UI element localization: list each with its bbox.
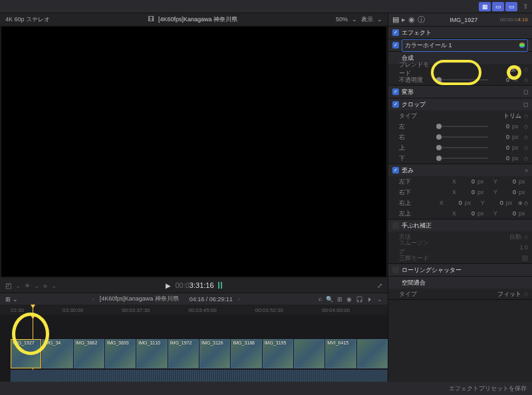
timecode: 00:03:31:16 — [175, 281, 213, 290]
crop-row[interactable]: 下0px◇ — [388, 153, 532, 164]
transform-checkbox[interactable]: ✓ — [392, 88, 399, 95]
ruler-tick: 00:03:52:30 — [255, 307, 283, 313]
inspector-time: 00:00:04:16 — [500, 17, 528, 23]
timeline-ruler[interactable]: 22:3003:30:0000:03:37:3000:03:45:0000:03… — [0, 305, 388, 315]
inspector-tab[interactable]: ◉ — [408, 15, 415, 23]
audio-track-1[interactable] — [11, 370, 388, 383]
transform-icon[interactable]: ◻ — [523, 88, 528, 95]
crop-row[interactable]: 上0px◇ — [388, 142, 532, 153]
effects-checkbox[interactable]: ✓ — [392, 29, 399, 36]
crop-row[interactable]: 右0px◇ — [388, 132, 532, 142]
spatial-header: 空間適合 — [388, 277, 532, 289]
zoom-value[interactable]: 50% — [336, 16, 348, 23]
clip[interactable]: IMG_34 — [42, 339, 72, 368]
timeline-tool[interactable]: ⌄ — [377, 296, 382, 303]
transform-header[interactable]: ✓変形◻ — [388, 86, 532, 98]
play-button[interactable]: ▶ — [166, 282, 171, 289]
distort-checkbox[interactable]: ✓ — [392, 167, 399, 174]
seg-2[interactable]: ▭ — [492, 2, 504, 11]
colorwheel-header[interactable]: ✓カラーホイール 1 — [388, 39, 532, 51]
index-icon[interactable]: ⊞ ⌄ — [5, 296, 18, 303]
ruler-tick: 00:04:00:00 — [322, 307, 350, 313]
distort-row[interactable]: 右下X0pxY0px — [388, 187, 532, 198]
opacity-keyframe[interactable]: ◇ — [524, 77, 528, 83]
viewer-controls: ◰ ⌄ ✧ ⌄ ⟐ ⌄ ▶ 00:03:31:16 ⤢ — [0, 278, 388, 293]
clip[interactable]: IMG_1927 — [11, 339, 41, 368]
view-segments: ▦ ▭ ▭ — [479, 2, 517, 11]
distort-header[interactable]: ✓歪み⟐ — [388, 164, 532, 176]
distort-row[interactable]: 左下X0pxY0px — [388, 176, 532, 187]
stabilize-tripod: 三脚モード — [388, 253, 532, 263]
blend-mode-row[interactable]: ブレンドモード標準◇ — [388, 64, 532, 74]
ruler-tick: 00:03:37:30 — [122, 307, 150, 313]
crop-header[interactable]: ✓クロップ◻ — [388, 98, 532, 110]
timeline-tool[interactable]: 🎧 — [356, 296, 363, 303]
spatial-type-row[interactable]: タイプフィット◇ — [388, 289, 532, 299]
opacity-row[interactable]: 不透明度0%◇ — [388, 74, 532, 85]
ruler-tick: 00:03:45:00 — [188, 307, 216, 313]
stabilize-smooth: スムージング1.0 — [388, 242, 532, 253]
pause-indicator — [218, 282, 222, 289]
save-preset-button[interactable]: エフェクトプリセットを保存 — [0, 382, 532, 395]
stabilize-header[interactable]: 手ぶれ補正 — [388, 219, 532, 231]
timeline-tool[interactable]: ⎌ — [319, 296, 322, 303]
inspector-tab[interactable]: ▸ — [402, 15, 406, 23]
clip[interactable]: IMG_3862 — [74, 339, 104, 368]
viewer-canvas[interactable] — [1, 27, 386, 277]
distort-row[interactable]: 右上X0pxY0px⊕ ◇ — [388, 198, 532, 208]
crop-row[interactable]: 左0px◇ — [388, 121, 532, 132]
app-topbar: ▦ ▭ ▭ ⇪ — [0, 0, 532, 13]
rolling-header[interactable]: ローリングシャッター — [388, 264, 532, 276]
colorwheel-icon — [519, 43, 525, 48]
seg-1[interactable]: ▦ — [479, 2, 491, 11]
expand-icon[interactable]: ⤢ — [377, 282, 382, 289]
timeline-tool[interactable]: ⊞ — [337, 296, 342, 303]
project-name: [4K60fps]Kanagawa 神奈川県 — [100, 295, 179, 303]
video-track: IMG_1927IMG_34IMG_3862IMG_3893IMG_3110IM… — [11, 339, 388, 368]
rolling-checkbox[interactable] — [392, 267, 399, 273]
stabilize-checkbox[interactable] — [392, 222, 399, 229]
clip[interactable]: IMG_3195 — [263, 339, 293, 368]
clip[interactable]: IMG_3188 — [231, 339, 261, 368]
clip[interactable] — [294, 339, 325, 368]
share-icon[interactable]: ⇪ — [523, 3, 528, 10]
seg-3[interactable]: ▭ — [505, 2, 517, 11]
colorwheel-checkbox[interactable]: ✓ — [392, 42, 399, 49]
film-icon: 🎞 — [148, 16, 154, 23]
crop-type-row[interactable]: タイプトリム◇ — [388, 110, 532, 121]
crop-checkbox[interactable]: ✓ — [392, 101, 399, 108]
clip[interactable] — [357, 339, 388, 368]
timeline-header: ⊞ ⌄ ‹ [4K60fps]Kanagawa 神奈川県 04:16 / 06:… — [0, 293, 388, 305]
display-menu[interactable]: 表示 — [361, 15, 373, 24]
clip[interactable]: IMG_1972 — [168, 339, 199, 368]
clip[interactable]: IMG_3893 — [105, 339, 136, 368]
inspector-tab[interactable]: ⓘ — [418, 15, 425, 23]
clip[interactable]: IMG_3110 — [136, 339, 167, 368]
ruler-tick: 22:30 — [11, 307, 24, 313]
duration: 04:16 / 06:29:11 — [190, 296, 233, 303]
timeline-tool[interactable]: ⏵ — [367, 296, 373, 303]
distort-icon[interactable]: ⟐ — [525, 167, 528, 174]
clip[interactable]: MVI_6415 — [325, 339, 356, 368]
distort-row[interactable]: 左上X0pxY0px — [388, 208, 532, 219]
opacity-slider[interactable] — [439, 79, 488, 80]
angle-icon[interactable]: ✧ — [25, 282, 30, 289]
inspector-panel: ▤▸◉ⓘ IMG_1927 00:00:04:16 ✓エフェクト ✓カラーホイー… — [388, 13, 532, 395]
clip[interactable]: IMG_3126 — [200, 339, 230, 368]
fit-icon[interactable]: ◰ — [5, 282, 11, 289]
ruler-tick: 03:30:00 — [63, 307, 83, 313]
timeline-tool[interactable]: 🔍 — [326, 296, 333, 303]
viewer-header: 4K 60p ステレオ 🎞 [4K60fps]Kanagawa 神奈川県 50%… — [0, 13, 388, 25]
timeline-tool[interactable]: ◉ — [346, 296, 352, 303]
playhead[interactable] — [33, 305, 33, 315]
crop-icon[interactable]: ◻ — [523, 101, 528, 108]
inspector-tab[interactable]: ▤ — [392, 15, 399, 23]
viewer-title: [4K60fps]Kanagawa 神奈川県 — [158, 15, 237, 24]
tool-icon[interactable]: ⟐ — [43, 282, 47, 289]
inspector-header: ▤▸◉ⓘ IMG_1927 00:00:04:16 — [388, 13, 532, 27]
inspector-clip-name: IMG_1927 — [432, 17, 496, 23]
format-label: 4K 60p ステレオ — [5, 15, 50, 24]
effects-header[interactable]: ✓エフェクト — [388, 27, 532, 39]
